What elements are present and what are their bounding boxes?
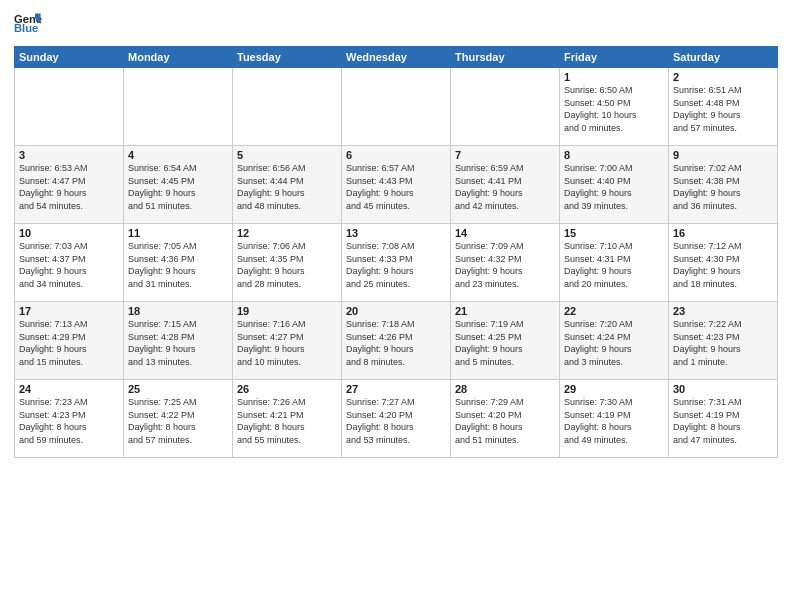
day-cell: 6Sunrise: 6:57 AM Sunset: 4:43 PM Daylig…: [342, 146, 451, 224]
day-number: 16: [673, 227, 773, 239]
day-cell: 5Sunrise: 6:56 AM Sunset: 4:44 PM Daylig…: [233, 146, 342, 224]
day-number: 28: [455, 383, 555, 395]
day-cell: [15, 68, 124, 146]
day-number: 26: [237, 383, 337, 395]
day-cell: 20Sunrise: 7:18 AM Sunset: 4:26 PM Dayli…: [342, 302, 451, 380]
day-cell: 22Sunrise: 7:20 AM Sunset: 4:24 PM Dayli…: [560, 302, 669, 380]
day-number: 3: [19, 149, 119, 161]
day-number: 14: [455, 227, 555, 239]
day-number: 25: [128, 383, 228, 395]
day-cell: 24Sunrise: 7:23 AM Sunset: 4:23 PM Dayli…: [15, 380, 124, 458]
day-number: 18: [128, 305, 228, 317]
day-cell: 26Sunrise: 7:26 AM Sunset: 4:21 PM Dayli…: [233, 380, 342, 458]
week-row-2: 3Sunrise: 6:53 AM Sunset: 4:47 PM Daylig…: [15, 146, 778, 224]
day-number: 10: [19, 227, 119, 239]
day-number: 22: [564, 305, 664, 317]
page: General Blue SundayMondayTuesdayWednesda…: [0, 0, 792, 612]
day-number: 27: [346, 383, 446, 395]
day-number: 5: [237, 149, 337, 161]
day-info: Sunrise: 6:56 AM Sunset: 4:44 PM Dayligh…: [237, 162, 337, 212]
day-number: 24: [19, 383, 119, 395]
day-info: Sunrise: 7:19 AM Sunset: 4:25 PM Dayligh…: [455, 318, 555, 368]
week-row-5: 24Sunrise: 7:23 AM Sunset: 4:23 PM Dayli…: [15, 380, 778, 458]
day-cell: 29Sunrise: 7:30 AM Sunset: 4:19 PM Dayli…: [560, 380, 669, 458]
col-header-saturday: Saturday: [669, 47, 778, 68]
day-info: Sunrise: 7:29 AM Sunset: 4:20 PM Dayligh…: [455, 396, 555, 446]
day-cell: [124, 68, 233, 146]
day-cell: 8Sunrise: 7:00 AM Sunset: 4:40 PM Daylig…: [560, 146, 669, 224]
week-row-3: 10Sunrise: 7:03 AM Sunset: 4:37 PM Dayli…: [15, 224, 778, 302]
day-info: Sunrise: 7:25 AM Sunset: 4:22 PM Dayligh…: [128, 396, 228, 446]
day-info: Sunrise: 7:22 AM Sunset: 4:23 PM Dayligh…: [673, 318, 773, 368]
day-info: Sunrise: 7:06 AM Sunset: 4:35 PM Dayligh…: [237, 240, 337, 290]
col-header-wednesday: Wednesday: [342, 47, 451, 68]
day-info: Sunrise: 7:16 AM Sunset: 4:27 PM Dayligh…: [237, 318, 337, 368]
day-cell: 27Sunrise: 7:27 AM Sunset: 4:20 PM Dayli…: [342, 380, 451, 458]
day-number: 20: [346, 305, 446, 317]
day-info: Sunrise: 7:20 AM Sunset: 4:24 PM Dayligh…: [564, 318, 664, 368]
day-info: Sunrise: 7:08 AM Sunset: 4:33 PM Dayligh…: [346, 240, 446, 290]
day-info: Sunrise: 6:54 AM Sunset: 4:45 PM Dayligh…: [128, 162, 228, 212]
col-header-thursday: Thursday: [451, 47, 560, 68]
day-info: Sunrise: 7:26 AM Sunset: 4:21 PM Dayligh…: [237, 396, 337, 446]
day-info: Sunrise: 7:30 AM Sunset: 4:19 PM Dayligh…: [564, 396, 664, 446]
day-cell: 9Sunrise: 7:02 AM Sunset: 4:38 PM Daylig…: [669, 146, 778, 224]
day-cell: 30Sunrise: 7:31 AM Sunset: 4:19 PM Dayli…: [669, 380, 778, 458]
day-cell: 4Sunrise: 6:54 AM Sunset: 4:45 PM Daylig…: [124, 146, 233, 224]
day-cell: 7Sunrise: 6:59 AM Sunset: 4:41 PM Daylig…: [451, 146, 560, 224]
week-row-1: 1Sunrise: 6:50 AM Sunset: 4:50 PM Daylig…: [15, 68, 778, 146]
col-header-monday: Monday: [124, 47, 233, 68]
day-number: 29: [564, 383, 664, 395]
day-cell: 21Sunrise: 7:19 AM Sunset: 4:25 PM Dayli…: [451, 302, 560, 380]
day-cell: 15Sunrise: 7:10 AM Sunset: 4:31 PM Dayli…: [560, 224, 669, 302]
day-info: Sunrise: 7:02 AM Sunset: 4:38 PM Dayligh…: [673, 162, 773, 212]
day-cell: 16Sunrise: 7:12 AM Sunset: 4:30 PM Dayli…: [669, 224, 778, 302]
day-info: Sunrise: 7:05 AM Sunset: 4:36 PM Dayligh…: [128, 240, 228, 290]
day-info: Sunrise: 6:53 AM Sunset: 4:47 PM Dayligh…: [19, 162, 119, 212]
day-number: 30: [673, 383, 773, 395]
day-info: Sunrise: 6:51 AM Sunset: 4:48 PM Dayligh…: [673, 84, 773, 134]
day-cell: 13Sunrise: 7:08 AM Sunset: 4:33 PM Dayli…: [342, 224, 451, 302]
day-number: 19: [237, 305, 337, 317]
logo: General Blue: [14, 10, 46, 38]
day-number: 15: [564, 227, 664, 239]
day-cell: 2Sunrise: 6:51 AM Sunset: 4:48 PM Daylig…: [669, 68, 778, 146]
day-number: 6: [346, 149, 446, 161]
day-info: Sunrise: 7:31 AM Sunset: 4:19 PM Dayligh…: [673, 396, 773, 446]
day-cell: [451, 68, 560, 146]
calendar-table: SundayMondayTuesdayWednesdayThursdayFrid…: [14, 46, 778, 458]
day-number: 7: [455, 149, 555, 161]
day-cell: 17Sunrise: 7:13 AM Sunset: 4:29 PM Dayli…: [15, 302, 124, 380]
col-header-friday: Friday: [560, 47, 669, 68]
svg-text:Blue: Blue: [14, 22, 38, 34]
day-number: 4: [128, 149, 228, 161]
day-number: 9: [673, 149, 773, 161]
logo-icon: General Blue: [14, 10, 42, 38]
day-number: 23: [673, 305, 773, 317]
day-cell: 25Sunrise: 7:25 AM Sunset: 4:22 PM Dayli…: [124, 380, 233, 458]
col-header-tuesday: Tuesday: [233, 47, 342, 68]
day-number: 1: [564, 71, 664, 83]
day-cell: 28Sunrise: 7:29 AM Sunset: 4:20 PM Dayli…: [451, 380, 560, 458]
day-number: 12: [237, 227, 337, 239]
week-row-4: 17Sunrise: 7:13 AM Sunset: 4:29 PM Dayli…: [15, 302, 778, 380]
day-number: 17: [19, 305, 119, 317]
day-cell: 14Sunrise: 7:09 AM Sunset: 4:32 PM Dayli…: [451, 224, 560, 302]
day-cell: 19Sunrise: 7:16 AM Sunset: 4:27 PM Dayli…: [233, 302, 342, 380]
day-info: Sunrise: 7:15 AM Sunset: 4:28 PM Dayligh…: [128, 318, 228, 368]
col-header-sunday: Sunday: [15, 47, 124, 68]
day-cell: [233, 68, 342, 146]
day-info: Sunrise: 7:23 AM Sunset: 4:23 PM Dayligh…: [19, 396, 119, 446]
day-info: Sunrise: 7:03 AM Sunset: 4:37 PM Dayligh…: [19, 240, 119, 290]
day-cell: 10Sunrise: 7:03 AM Sunset: 4:37 PM Dayli…: [15, 224, 124, 302]
day-info: Sunrise: 7:13 AM Sunset: 4:29 PM Dayligh…: [19, 318, 119, 368]
day-info: Sunrise: 6:59 AM Sunset: 4:41 PM Dayligh…: [455, 162, 555, 212]
day-cell: 1Sunrise: 6:50 AM Sunset: 4:50 PM Daylig…: [560, 68, 669, 146]
header: General Blue: [14, 10, 778, 38]
day-number: 8: [564, 149, 664, 161]
day-cell: 23Sunrise: 7:22 AM Sunset: 4:23 PM Dayli…: [669, 302, 778, 380]
day-cell: [342, 68, 451, 146]
day-info: Sunrise: 7:09 AM Sunset: 4:32 PM Dayligh…: [455, 240, 555, 290]
day-info: Sunrise: 6:57 AM Sunset: 4:43 PM Dayligh…: [346, 162, 446, 212]
day-number: 21: [455, 305, 555, 317]
